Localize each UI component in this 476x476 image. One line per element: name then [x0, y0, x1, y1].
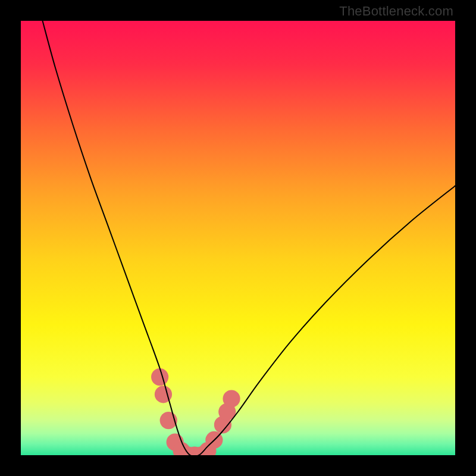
- chart-frame: TheBottleneck.com: [0, 0, 476, 476]
- marker-cluster: [151, 368, 240, 455]
- watermark-text: TheBottleneck.com: [339, 4, 453, 19]
- marker-dot: [151, 368, 168, 386]
- curve-layer: [21, 21, 455, 455]
- plot-area: [21, 21, 455, 455]
- marker-dot: [223, 390, 240, 408]
- bottleneck-curve: [43, 21, 456, 455]
